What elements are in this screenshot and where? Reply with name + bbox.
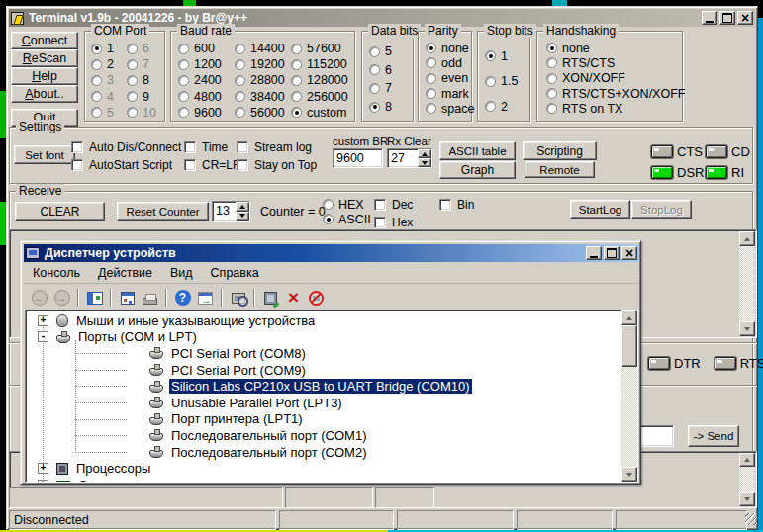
expand-toggle-icon[interactable]: + [38,463,48,474]
nav-button[interactable]: About.. [11,85,78,103]
expand-toggle-icon[interactable]: - [38,331,48,342]
baud-radio[interactable]: 2400 [178,72,222,88]
scripting-button[interactable]: Scripting [523,141,597,160]
settings-checkbox[interactable]: Stay on Top [237,158,317,172]
set-font-button[interactable]: Set font [14,145,75,164]
ascii-table-button[interactable]: ASCII table [439,141,516,160]
scroll-down-button[interactable] [739,321,755,336]
handshaking-radio[interactable]: none [546,41,685,55]
help-icon[interactable] [172,288,193,308]
baud-radio[interactable]: 57600 [291,41,348,56]
receive-checkbox[interactable]: Dec [374,198,413,212]
nav-button[interactable]: Connect [11,32,78,49]
com-port-radio[interactable]: 6 [127,41,156,56]
com-port-radio[interactable]: 7 [127,56,156,72]
custom-br-input[interactable]: 9600 [333,148,383,168]
baud-radio[interactable]: 38400 [235,89,285,105]
com-port-radio[interactable]: 2 [91,56,114,72]
tree-scrollbar[interactable] [621,310,637,482]
startlog-button[interactable]: StartLog [570,200,630,219]
parity-radio[interactable]: odd [426,55,474,70]
data-bits-radio[interactable]: 7 [369,79,392,98]
spin-down-button[interactable] [236,212,249,222]
data-bits-radio[interactable]: 8 [369,98,392,117]
baud-radio[interactable]: 56000 [235,105,285,121]
forward-icon[interactable] [51,288,72,308]
show-hide-tree-icon[interactable] [84,288,105,308]
tree-item[interactable]: + Сетевые платы [28,477,620,482]
settings-checkbox[interactable]: Auto Dis/Connect [71,140,181,154]
maximize-button[interactable] [604,246,620,260]
receive-checkbox[interactable]: Hex [374,216,413,229]
scroll-down-button[interactable] [621,467,637,482]
maximize-button[interactable] [719,11,735,25]
scroll-up-button[interactable] [739,453,755,467]
properties-icon[interactable] [117,288,138,308]
tree-item[interactable]: Unusable Parallel Port (LPT3) [28,395,620,411]
reset-counter-button[interactable]: Reset Counter [117,202,209,221]
tree-item[interactable]: Последовательный порт (COM2) [28,444,620,461]
parity-radio[interactable]: space [426,101,474,116]
disable-device-icon[interactable] [306,288,327,308]
scan-hardware-icon[interactable] [228,288,248,308]
receive-mode-radio[interactable]: HEX [323,197,371,212]
print-icon[interactable] [140,288,160,308]
settings-checkbox[interactable]: CR=LF [184,158,239,172]
parity-radio[interactable]: even [426,71,474,86]
back-icon[interactable] [29,288,49,308]
tree-item[interactable]: + Мыши и иные указывающие устройства [28,312,620,329]
stop-bits-radio[interactable]: 1 [485,44,518,69]
baud-radio[interactable]: 28800 [235,72,285,88]
spin-up-button[interactable] [418,149,431,158]
nav-button[interactable]: Help [11,67,78,85]
bin-checkbox[interactable]: Bin [439,198,474,212]
baud-radio[interactable]: 256000 [291,89,348,105]
baud-radio[interactable]: 14400 [235,41,285,56]
handshaking-radio[interactable]: RTS/CTS+XON/XOFF [546,86,685,101]
scroll-down-button[interactable] [739,492,755,506]
baud-radio[interactable]: custom [291,105,348,121]
scroll-up-button[interactable] [739,231,755,246]
tree-item[interactable]: Последовательный порт (COM1) [28,427,620,444]
menu-item[interactable]: Действие [89,264,161,282]
stop-bits-radio[interactable]: 1.5 [485,69,518,95]
device-manager-titlebar[interactable]: Диспетчер устройств [24,244,639,262]
minimize-button[interactable] [586,246,602,260]
send-button[interactable]: -> Send [688,425,739,447]
baud-radio[interactable]: 600 [178,41,222,56]
transmit-scrollbar[interactable] [739,453,755,506]
minimize-button[interactable] [702,11,717,25]
com-port-radio[interactable]: 8 [127,72,156,88]
rx-clear-spinner[interactable]: 27 [387,148,432,168]
spin-down-button[interactable] [418,158,431,167]
menu-item[interactable]: Справка [202,264,268,282]
com-port-radio[interactable]: 5 [91,105,114,121]
tree-item[interactable]: Порт принтера (LPT1) [28,411,620,428]
settings-checkbox[interactable]: Stream log [237,140,317,154]
tree-item[interactable]: + Процессоры [28,460,620,477]
nav-button[interactable]: ReScan [11,49,78,67]
close-button[interactable] [737,11,753,25]
resize-grip[interactable] [745,513,757,525]
clear-button[interactable]: CLEAR [15,202,105,221]
baud-radio[interactable]: 115200 [291,56,348,72]
com-port-radio[interactable]: 1 [91,41,114,56]
com-port-radio[interactable]: 10 [127,105,156,121]
tree-item[interactable]: Silicon Labs CP210x USB to UART Bridge (… [28,378,620,395]
baud-radio[interactable]: 19200 [235,56,285,72]
handshaking-radio[interactable]: RTS/CTS [546,55,685,70]
menu-item[interactable]: Консоль [24,264,89,282]
baud-radio[interactable]: 4800 [178,89,222,105]
com-port-radio[interactable]: 4 [91,89,114,105]
export-list-icon[interactable] [195,288,216,308]
rx-count-spinner[interactable]: 13 [212,201,250,222]
baud-radio[interactable]: 9600 [178,105,222,121]
scroll-up-button[interactable] [621,310,637,325]
com-port-radio[interactable]: 3 [91,72,114,88]
close-button[interactable] [621,246,637,260]
receive-scrollbar[interactable] [739,231,755,336]
parity-radio[interactable]: mark [426,86,474,101]
handshaking-radio[interactable]: RTS on TX [546,101,685,116]
remote-button[interactable]: Remote [525,161,595,178]
stop-bits-radio[interactable]: 2 [485,94,518,120]
